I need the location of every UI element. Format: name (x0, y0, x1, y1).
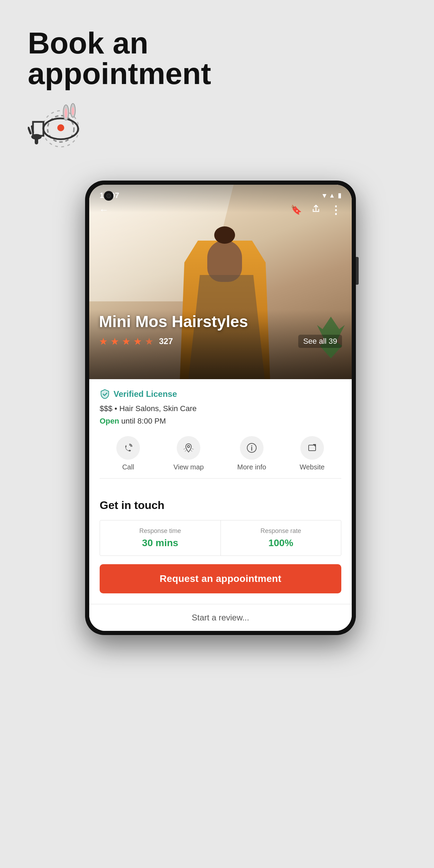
map-label: View map (173, 463, 203, 471)
svg-point-4 (57, 124, 64, 131)
stars-group: ★ ★ ★ ★ ★ 327 (99, 336, 173, 347)
meta-separator: • (115, 404, 119, 413)
website-icon-circle (300, 436, 324, 460)
call-icon (123, 442, 134, 453)
svg-point-12 (72, 107, 74, 115)
phone-frame: 10:07 ▾ ▲ ▮ ← 🔖 (85, 181, 356, 635)
star-1: ★ (99, 336, 108, 347)
map-action[interactable]: View map (173, 436, 203, 471)
map-icon (183, 442, 194, 453)
content-card: Verified License $$$ • Hair Salons, Skin… (89, 379, 352, 489)
svg-marker-1 (33, 122, 43, 136)
svg-line-7 (28, 128, 31, 133)
status-icons: ▾ ▲ ▮ (323, 191, 341, 200)
open-label: Open (100, 417, 119, 425)
status-bar: 10:07 ▾ ▲ ▮ (89, 185, 352, 200)
response-rate-value: 100% (226, 537, 336, 549)
response-grid: Response time 30 mins Response rate 100% (100, 520, 341, 556)
get-in-touch-section: Get in touch Response time 30 mins Respo… (89, 489, 352, 603)
open-status: Open until 8:00 PM (100, 417, 341, 426)
call-icon-circle (116, 436, 140, 460)
response-time-label: Response time (106, 527, 215, 535)
request-appointment-button[interactable]: Request an appoointment (100, 564, 341, 593)
start-review-text[interactable]: Start a review... (192, 613, 249, 622)
see-all-link[interactable]: See all 39 (298, 335, 342, 348)
battery-icon: ▮ (338, 192, 341, 199)
rating-row: ★ ★ ★ ★ ★ 327 See all 39 (99, 335, 342, 348)
wifi-icon: ▾ (323, 191, 326, 200)
business-meta: $$$ • Hair Salons, Skin Care (100, 404, 341, 413)
svg-point-13 (123, 443, 133, 453)
verified-label: Verified License (114, 389, 177, 399)
phone-inner: 10:07 ▾ ▲ ▮ ← 🔖 (89, 185, 352, 631)
header-section: Book an appointment (21, 28, 292, 167)
verified-badge: Verified License (100, 389, 341, 399)
website-icon (307, 442, 318, 453)
call-label: Call (122, 463, 134, 471)
page-title: Book an appointment (28, 28, 292, 89)
share-icon[interactable] (311, 204, 320, 216)
hero-image: 10:07 ▾ ▲ ▮ ← 🔖 (89, 185, 352, 379)
business-name: Mini Mos Hairstyles (99, 313, 342, 331)
response-rate-cell: Response rate 100% (221, 520, 341, 556)
response-time-value: 30 mins (106, 537, 215, 549)
star-2: ★ (110, 336, 119, 347)
hours: until 8:00 PM (121, 417, 166, 425)
star-3: ★ (122, 336, 131, 347)
svg-point-6 (31, 134, 42, 140)
signal-icon: ▲ (329, 192, 335, 199)
info-icon (246, 442, 257, 453)
call-action[interactable]: Call (116, 436, 140, 471)
start-review-bar: Start a review... (89, 604, 352, 631)
response-rate-label: Response rate (226, 527, 336, 535)
action-icons-row: Call View map (100, 436, 341, 479)
more-icon[interactable]: ⋮ (330, 205, 342, 216)
categories: Hair Salons, Skin Care (119, 404, 197, 413)
nav-actions: 🔖 ⋮ (291, 204, 342, 216)
svg-line-8 (32, 126, 33, 132)
back-button[interactable]: ← (99, 205, 109, 216)
website-action[interactable]: Website (300, 436, 325, 471)
verified-shield-icon (100, 389, 110, 399)
camera (104, 191, 114, 201)
svg-point-11 (65, 108, 67, 118)
bookmark-icon[interactable]: 🔖 (291, 205, 302, 215)
info-label: More info (237, 463, 266, 471)
review-count: 327 (159, 336, 173, 346)
star-5: ★ (145, 336, 153, 347)
info-action[interactable]: More info (237, 436, 266, 471)
mascot-icon (28, 103, 83, 151)
get-in-touch-title: Get in touch (100, 499, 341, 512)
map-icon-circle (177, 436, 200, 460)
svg-point-17 (251, 445, 252, 446)
business-name-overlay: Mini Mos Hairstyles ★ ★ ★ ★ ★ 327 See al… (99, 313, 342, 348)
price-range: $$$ (100, 404, 112, 413)
svg-point-14 (187, 445, 190, 448)
star-4: ★ (133, 336, 142, 347)
info-icon-circle (240, 436, 264, 460)
website-label: Website (300, 463, 325, 471)
response-time-cell: Response time 30 mins (100, 520, 221, 556)
page-wrapper: Book an appointment (0, 0, 434, 868)
